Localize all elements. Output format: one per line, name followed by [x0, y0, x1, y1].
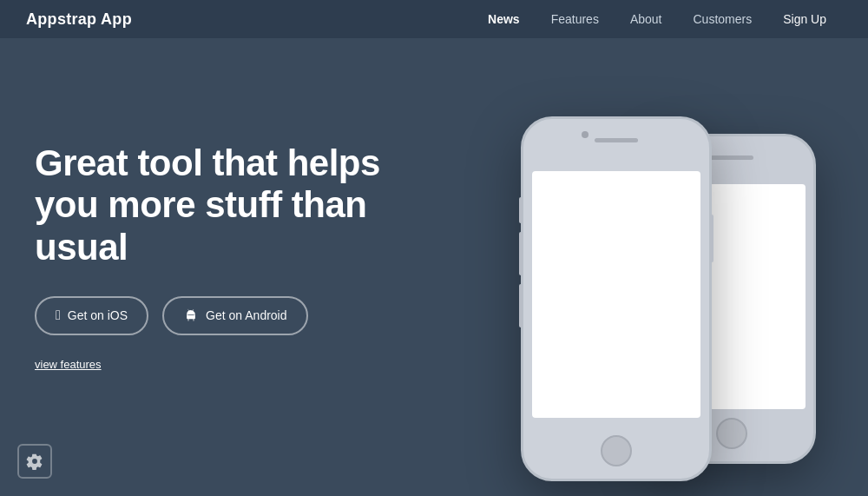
- hero-buttons:  Get on iOS Get on Android: [35, 296, 434, 335]
- phone-screen: [532, 171, 700, 418]
- nav-link-news[interactable]: News: [472, 0, 536, 38]
- nav-link-about[interactable]: About: [615, 0, 678, 38]
- hero-content: Great tool that helps you more stuff tha…: [35, 90, 434, 372]
- phone-home-button: [601, 435, 632, 466]
- nav-links: News Features About Customers Sign Up: [472, 0, 842, 38]
- view-features-link[interactable]: view features: [35, 358, 102, 371]
- apple-icon: : [56, 308, 61, 322]
- ios-button-label: Get on iOS: [68, 308, 128, 322]
- android-button-label: Get on Android: [206, 308, 286, 322]
- nav-item-customers[interactable]: Customers: [678, 0, 768, 38]
- phone-mute-button: [519, 197, 523, 223]
- phone-camera: [582, 131, 589, 138]
- phone-front-mockup: [521, 116, 712, 481]
- phone-speaker: [595, 138, 638, 142]
- brand-name[interactable]: Appstrap App: [26, 10, 132, 29]
- get-ios-button[interactable]:  Get on iOS: [35, 296, 148, 335]
- nav-item-about[interactable]: About: [615, 0, 678, 38]
- phone-mockup-area: [469, 82, 833, 496]
- phone-vol-down-button: [519, 284, 523, 327]
- navbar: Appstrap App News Features About Custome…: [0, 0, 868, 38]
- nav-item-features[interactable]: Features: [536, 0, 615, 38]
- get-android-button[interactable]: Get on Android: [162, 296, 307, 335]
- nav-link-signup[interactable]: Sign Up: [767, 0, 842, 38]
- nav-item-news[interactable]: News: [472, 0, 536, 38]
- android-icon: [183, 307, 199, 325]
- hero-title: Great tool that helps you more stuff tha…: [35, 142, 434, 268]
- phone-back-home-button: [716, 418, 747, 449]
- hero-section: Great tool that helps you more stuff tha…: [0, 38, 868, 496]
- phone-power-button: [710, 215, 713, 262]
- nav-item-signup[interactable]: Sign Up: [767, 0, 842, 38]
- nav-link-customers[interactable]: Customers: [678, 0, 768, 38]
- gear-icon: [26, 453, 43, 470]
- phone-back-speaker: [710, 155, 753, 160]
- settings-button[interactable]: [17, 444, 52, 479]
- nav-link-features[interactable]: Features: [536, 0, 615, 38]
- phone-vol-up-button: [519, 232, 523, 275]
